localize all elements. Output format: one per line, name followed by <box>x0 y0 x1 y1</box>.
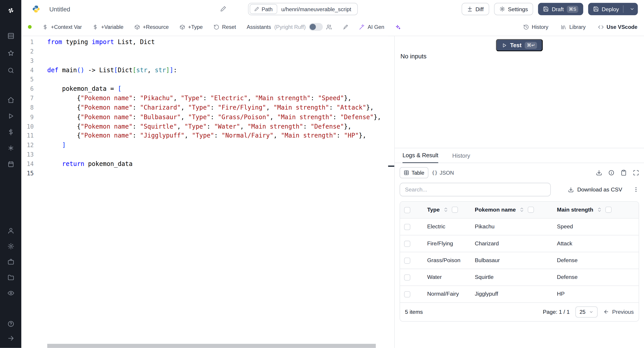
editor-toolbar: +Context Var +Variable +Resource +Type R… <box>22 18 644 36</box>
line-number: 5 <box>22 75 34 84</box>
test-button[interactable]: Test ⌘↵ <box>496 39 543 51</box>
settings-gear-icon[interactable] <box>5 241 16 252</box>
results-panel: Logs & Result History Table {} JSON <box>395 148 644 322</box>
resources-icon[interactable] <box>5 142 16 153</box>
topbar-actions: Diff Settings Draft ⌘S Deploy <box>462 3 638 15</box>
result-table: TypePokemon nameMain strength ElectricPi… <box>400 201 639 322</box>
grid-icon[interactable] <box>5 30 16 41</box>
column-label: Type <box>427 207 440 213</box>
library-icon <box>560 24 566 30</box>
column-header[interactable]: Type <box>423 202 471 218</box>
table-row: ElectricPikachuSpeed <box>400 218 639 235</box>
multiplayer-users-icon[interactable] <box>326 24 332 30</box>
row-checkbox[interactable] <box>404 258 410 264</box>
expand-fullscreen-icon[interactable] <box>633 170 639 176</box>
sort-icon[interactable] <box>443 207 448 213</box>
table-row: Grass/PoisonBulbasaurDefense <box>400 252 639 268</box>
help-icon[interactable] <box>5 318 16 329</box>
row-checkbox[interactable] <box>404 224 410 230</box>
view-table-button[interactable]: Table <box>400 167 428 178</box>
path-button[interactable]: Path <box>250 4 277 14</box>
diff-button[interactable]: Diff <box>462 3 489 15</box>
windmill-logo-icon[interactable] <box>5 5 16 16</box>
download-csv-button[interactable]: Download as CSV <box>568 186 622 193</box>
settings-button[interactable]: Settings <box>494 3 533 15</box>
assistants-toggle[interactable] <box>309 23 323 31</box>
workers-icon[interactable] <box>5 256 16 267</box>
editor-horizontal-scrollbar[interactable] <box>47 344 376 348</box>
tab-logs-result[interactable]: Logs & Result <box>402 148 438 163</box>
result-table-body: ElectricPikachuSpeedFire/FlyingCharizard… <box>400 218 639 302</box>
info-icon[interactable] <box>608 170 614 176</box>
sort-icon[interactable] <box>519 207 524 213</box>
view-table-label: Table <box>412 170 424 176</box>
schedules-icon[interactable] <box>5 158 16 169</box>
line-number: 10 <box>22 122 34 131</box>
column-filter-checkbox[interactable] <box>605 207 611 213</box>
code-editor[interactable]: 123456789101112131415 from typing import… <box>22 36 388 348</box>
format-code-button[interactable] <box>342 24 348 30</box>
play-icon <box>502 42 507 48</box>
home-icon[interactable] <box>5 94 16 105</box>
code-line: {"Pokemon name": "Jigglypuff", "Type": "… <box>47 131 381 141</box>
select-all-checkbox[interactable] <box>404 207 410 213</box>
edit-title-pencil-icon[interactable] <box>220 6 226 12</box>
row-checkbox[interactable] <box>404 274 410 280</box>
star-icon[interactable] <box>5 48 16 58</box>
tab-history[interactable]: History <box>452 148 470 162</box>
line-number: 1 <box>22 37 34 47</box>
editor-code[interactable]: from typing import List, Dict def main()… <box>47 37 381 178</box>
runs-icon[interactable] <box>5 110 16 121</box>
search-icon[interactable] <box>5 65 16 76</box>
audit-eye-icon[interactable] <box>5 288 16 298</box>
pencil-icon <box>254 6 259 12</box>
search-input[interactable] <box>400 183 551 196</box>
user-icon[interactable] <box>5 225 16 236</box>
ai-sparkles-button[interactable] <box>395 24 401 30</box>
arrow-left-icon <box>604 309 609 315</box>
settings-label: Settings <box>508 6 528 12</box>
test-label: Test <box>510 42 522 48</box>
previous-page-button[interactable]: Previous <box>604 309 634 315</box>
line-number: 8 <box>22 103 34 112</box>
variables-icon[interactable] <box>5 126 16 137</box>
kebab-menu-icon[interactable] <box>633 186 639 193</box>
deploy-button[interactable]: Deploy <box>588 3 638 15</box>
add-type-button[interactable]: +Type <box>179 24 202 30</box>
history-button[interactable]: History <box>523 24 548 30</box>
editor-gutter: 123456789101112131415 <box>22 37 34 178</box>
expand-sidebar-icon[interactable] <box>5 333 16 344</box>
ai-gen-button[interactable]: AI Gen <box>359 24 384 30</box>
table-cell: Defense <box>553 269 639 286</box>
add-variable-button[interactable]: +Variable <box>92 24 124 30</box>
add-context-var-button[interactable]: +Context Var <box>42 24 82 30</box>
pagination: Page: 1 / 1 25 Previous <box>543 306 634 318</box>
sort-icon[interactable] <box>596 207 602 213</box>
add-resource-button[interactable]: +Resource <box>134 24 169 30</box>
column-header[interactable]: Pokemon name <box>471 202 553 218</box>
folders-icon[interactable] <box>5 272 16 283</box>
deploy-dropdown[interactable] <box>626 6 638 12</box>
chevron-down-icon <box>630 6 634 12</box>
reset-rotate-icon <box>213 24 219 30</box>
column-filter-checkbox[interactable] <box>452 207 458 213</box>
column-filter-checkbox[interactable] <box>528 207 534 213</box>
table-footer: 5 items Page: 1 / 1 25 Previous <box>400 302 639 321</box>
line-number: 11 <box>22 131 34 141</box>
page-size-value: 25 <box>580 309 586 315</box>
use-vscode-button[interactable]: Use VScode <box>598 24 638 30</box>
table-cell: Water <box>423 269 471 286</box>
page-size-select[interactable]: 25 <box>575 306 598 318</box>
row-checkbox[interactable] <box>404 241 410 247</box>
line-number: 4 <box>22 66 34 75</box>
view-json-button[interactable]: {} JSON <box>428 167 457 178</box>
reset-button[interactable]: Reset <box>213 24 236 30</box>
library-button[interactable]: Library <box>560 24 586 30</box>
draft-button[interactable]: Draft ⌘S <box>538 3 583 15</box>
pane-splitter-handle[interactable] <box>388 166 395 167</box>
ai-gen-label: AI Gen <box>368 24 384 30</box>
row-checkbox[interactable] <box>404 291 410 298</box>
clipboard-copy-icon[interactable] <box>620 170 627 176</box>
download-icon[interactable] <box>596 170 602 176</box>
column-header[interactable]: Main strength <box>553 202 639 218</box>
